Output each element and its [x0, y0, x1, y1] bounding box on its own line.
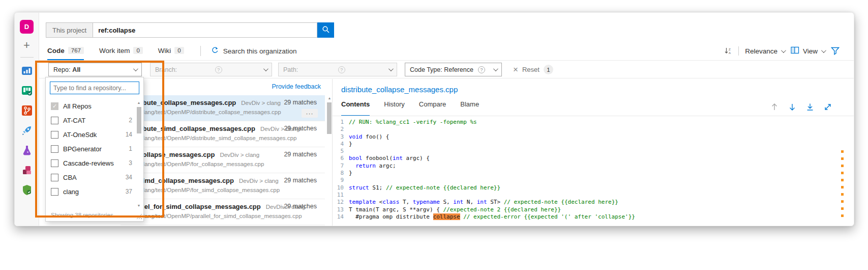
sidebar: D + — [15, 13, 39, 226]
repo-option-label: AT-CAT — [63, 117, 85, 124]
next-match-icon[interactable] — [788, 102, 797, 112]
code-line: 7 return argc; — [333, 163, 854, 170]
code-line: 1// RUN: %clang_cc1 -verify -fopenmp %s — [333, 119, 854, 126]
repo-option[interactable]: BPGenerator 1 — [46, 142, 134, 156]
pipelines-icon[interactable] — [20, 124, 34, 137]
tab-work-item-count: 0 — [133, 47, 142, 54]
results-scrollbar[interactable]: ▲ — [326, 95, 332, 226]
repo-filter[interactable]: Repo: All — [48, 63, 142, 76]
repo-dropdown-panel: ✓ All Repos AT-CAT 2 AT-OneSdk 14 BPGene… — [45, 77, 144, 222]
expand-fullscreen-icon[interactable] — [823, 102, 832, 112]
branch-filter-label: Branch: — [155, 66, 177, 73]
file-title-link[interactable]: distribute_collapse_messages.cpp — [341, 85, 458, 94]
checkbox-icon[interactable] — [51, 159, 58, 167]
repos-icon[interactable] — [20, 104, 34, 117]
result-row[interactable]: distribute_simd_collapse_messages.cppDev… — [121, 121, 325, 147]
view-dropdown[interactable]: View — [791, 46, 825, 56]
result-path: /llvm/clang/test/OpenMP/for_collapse_mes… — [127, 161, 320, 167]
chevron-down-icon — [133, 66, 138, 71]
repo-option[interactable]: AT-OneSdk 14 — [46, 127, 134, 142]
code-line: 6bool foobool(int argc) { — [333, 155, 854, 162]
checkbox-icon[interactable] — [51, 188, 58, 196]
repo-option[interactable]: Cascade-reviews 3 — [46, 156, 134, 170]
scrollbar-thumb[interactable] — [327, 102, 332, 134]
code-line: 9 — [333, 177, 854, 184]
checkbox-icon[interactable] — [51, 174, 58, 181]
repo-option[interactable]: CBA 34 — [46, 170, 134, 184]
code-type-filter[interactable]: Code Type: Reference ? — [405, 63, 502, 76]
provide-feedback-link[interactable]: Provide feedback — [272, 83, 321, 90]
search-organization-link[interactable]: Search this organization — [211, 46, 297, 56]
code-type-filter-label: Code Type: Reference — [410, 66, 473, 73]
sort-order-icon[interactable]: ZA — [724, 47, 732, 55]
result-row[interactable]: parallel_for_simd_collapse_messages.cppD… — [121, 199, 325, 225]
repo-list: ✓ All Repos AT-CAT 2 AT-OneSdk 14 BPGene… — [46, 99, 134, 199]
result-path: /llvm/clang/test/OpenMP/parallel_for_sim… — [127, 213, 320, 219]
code-line: 11 — [333, 192, 854, 199]
help-icon: ? — [338, 66, 345, 73]
search-icon — [322, 25, 330, 35]
file-tabs: Contents History Compare Blame — [341, 100, 479, 116]
previous-match-icon[interactable] — [770, 102, 779, 112]
checkbox-icon[interactable] — [51, 117, 58, 124]
code-line: 4} — [333, 141, 854, 148]
test-plans-icon[interactable] — [20, 144, 34, 157]
add-icon[interactable]: + — [23, 40, 30, 50]
app-window: D + This project — [14, 12, 854, 226]
artifacts-icon[interactable] — [20, 164, 34, 177]
tab-code[interactable]: Code 767 — [47, 42, 84, 60]
reset-filters-button[interactable]: × Reset 1 — [513, 63, 553, 76]
tab-contents[interactable]: Contents — [341, 100, 370, 116]
repo-option-label: clang — [63, 188, 79, 196]
sort-by-value: Relevance — [745, 47, 777, 55]
filter-funnel-icon[interactable] — [831, 47, 840, 55]
code-line: 10struct S1; // expected-note {{declared… — [333, 184, 854, 192]
search-scope-chip[interactable]: This project — [46, 23, 93, 37]
tab-history[interactable]: History — [384, 100, 404, 116]
code-viewer[interactable]: 1// RUN: %clang_cc1 -verify -fopenmp %s2… — [333, 119, 854, 226]
repo-option-count: 14 — [126, 131, 134, 138]
search-organization-label: Search this organization — [223, 47, 297, 55]
scrollbar-thumb[interactable] — [137, 107, 141, 133]
checkbox-checked-icon[interactable]: ✓ — [51, 102, 58, 110]
tab-work-item-label: Work item — [99, 47, 130, 55]
file-toolbar — [770, 102, 832, 112]
search-row: This project — [46, 22, 334, 38]
compliance-shield-icon[interactable] — [20, 183, 34, 197]
results-list: distribute_collapse_messages.cppDevDiv >… — [121, 95, 325, 226]
overview-icon[interactable] — [20, 64, 34, 77]
tab-compare[interactable]: Compare — [419, 100, 446, 116]
search-button[interactable] — [317, 22, 334, 38]
repo-option-label: AT-OneSdk — [63, 131, 97, 139]
boards-icon[interactable] — [20, 84, 34, 97]
search-input[interactable] — [93, 23, 317, 37]
repo-option[interactable]: clang 37 — [46, 184, 134, 199]
dropdown-scrollbar[interactable]: ▲ ▼ — [135, 100, 142, 209]
results-toolbar: ZA Relevance View — [724, 42, 840, 60]
chevron-down-icon — [388, 66, 394, 71]
help-icon: ? — [215, 66, 222, 73]
download-icon[interactable] — [805, 102, 815, 112]
repo-search-input[interactable] — [50, 82, 139, 94]
result-repo: DevDiv > clang — [241, 100, 281, 106]
result-repo: DevDiv > clang — [239, 178, 279, 184]
result-row[interactable]: for_simd_collapse_messages.cppDevDiv > c… — [121, 173, 325, 199]
tab-work-item[interactable]: Work item 0 — [99, 42, 143, 60]
tab-blame[interactable]: Blame — [460, 100, 479, 116]
result-row[interactable]: for_collapse_messages.cppDevDiv > clang … — [121, 147, 325, 173]
tab-wiki[interactable]: Wiki 0 — [158, 42, 184, 60]
checkbox-icon[interactable] — [51, 131, 58, 139]
repo-option-all[interactable]: ✓ All Repos — [46, 99, 134, 113]
branch-filter[interactable]: Branch: ? — [150, 63, 272, 76]
repo-option-label: BPGenerator — [63, 145, 102, 153]
repo-option[interactable]: AT-CAT 2 — [46, 113, 134, 127]
tab-code-label: Code — [47, 47, 65, 55]
path-filter[interactable]: Path: ? — [278, 63, 397, 76]
chevron-down-icon — [263, 66, 268, 71]
checkbox-icon[interactable] — [51, 145, 58, 153]
result-row[interactable]: distribute_collapse_messages.cppDevDiv >… — [121, 95, 325, 121]
scroll-up-icon[interactable]: ▲ — [135, 100, 142, 106]
more-options-button[interactable]: ··· — [302, 109, 318, 118]
project-avatar[interactable]: D — [20, 20, 34, 34]
sort-by-dropdown[interactable]: Relevance — [745, 47, 785, 55]
